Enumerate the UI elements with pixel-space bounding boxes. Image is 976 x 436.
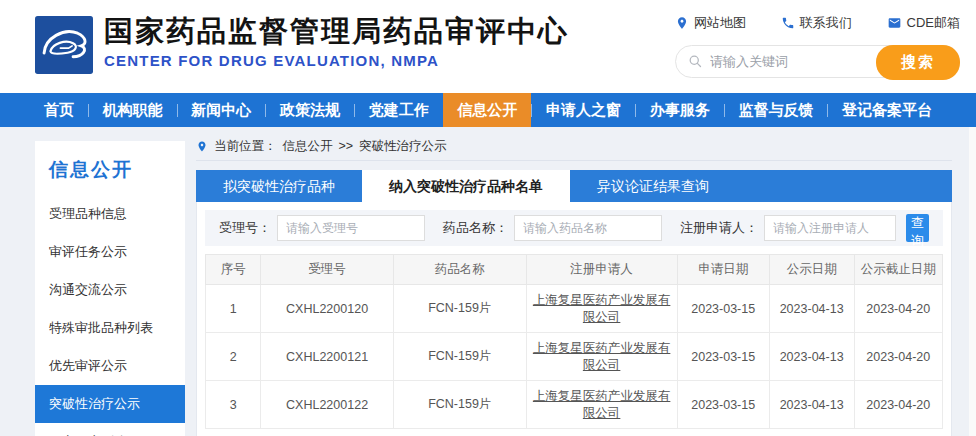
col-publish-end-date: 公示截止日期 (854, 255, 942, 285)
nav-item-policies[interactable]: 政策法规 (266, 93, 354, 127)
table-row: 1 CXHL2200120 FCN-159片 上海复星医药产业发展有限公司 20… (206, 285, 943, 333)
applicant-input[interactable] (764, 215, 896, 241)
search-button[interactable]: 搜索 (876, 45, 960, 80)
drug-name-label: 药品名称： (443, 219, 508, 237)
acceptance-no-label: 受理号： (219, 219, 271, 237)
sidebar-item-communication[interactable]: 沟通交流公示 (35, 271, 185, 309)
nav-item-news[interactable]: 新闻中心 (177, 93, 265, 127)
scrollbar[interactable] (969, 127, 976, 436)
contact-link[interactable]: 联系我们 (781, 14, 852, 32)
applicant-link[interactable]: 上海复星医药产业发展有限公司 (533, 293, 671, 324)
nav-item-info-disclosure[interactable]: 信息公开 (443, 93, 531, 127)
nav-item-functions[interactable]: 机构职能 (89, 93, 177, 127)
cell-acceptance-no: CXHL2200121 (261, 333, 394, 381)
sidebar-item-special-approval[interactable]: 特殊审批品种列表 (35, 309, 185, 347)
tab-included-breakthrough-list[interactable]: 纳入突破性治疗品种名单 (362, 170, 570, 202)
col-acceptance-no: 受理号 (261, 255, 394, 285)
query-button[interactable]: 查询 (906, 214, 929, 242)
col-apply-date: 申请日期 (677, 255, 769, 285)
sidebar: 信息公开 受理品种信息 审评任务公示 沟通交流公示 特殊审批品种列表 优先审评公… (35, 141, 185, 436)
cell-publish-date: 2023-04-13 (769, 381, 854, 429)
page-subtitle: CENTER FOR DRUG EVALUATION, NMPA (104, 52, 569, 69)
cell-publish-end-date: 2023-04-20 (854, 381, 942, 429)
contact-label: 联系我们 (800, 14, 852, 32)
site-header: 国家药品监督管理局药品审评中心 CENTER FOR DRUG EVALUATI… (0, 0, 976, 93)
cde-logo-icon (35, 16, 93, 74)
cell-seq: 1 (206, 285, 261, 333)
nav-item-party-building[interactable]: 党建工作 (355, 93, 443, 127)
breadcrumb-section-link[interactable]: 信息公开 (283, 138, 333, 155)
nav-item-home[interactable]: 首页 (30, 93, 88, 127)
col-applicant: 注册申请人 (526, 255, 677, 285)
nav-item-registration-platform[interactable]: 登记备案平台 (828, 93, 946, 127)
results-table: 序号 受理号 药品名称 注册申请人 申请日期 公示日期 公示截止日期 1 CXH… (205, 254, 943, 429)
location-pin-icon (196, 140, 208, 153)
cell-apply-date: 2023-03-15 (677, 285, 769, 333)
table-row: 2 CXHL2200121 FCN-159片 上海复星医药产业发展有限公司 20… (206, 333, 943, 381)
quick-links: 网站地图 联系我们 CDE邮箱 (675, 14, 960, 32)
sidebar-item-two-in-one[interactable]: 二合一序列公示 (35, 423, 185, 436)
sidebar-title: 信息公开 (35, 141, 185, 195)
sidebar-item-review-tasks[interactable]: 审评任务公示 (35, 233, 185, 271)
cell-seq: 3 (206, 381, 261, 429)
cell-drug-name: FCN-159片 (393, 333, 526, 381)
envelope-icon (887, 16, 902, 30)
sidebar-item-accepted-varieties[interactable]: 受理品种信息 (35, 195, 185, 233)
nav-item-supervision-feedback[interactable]: 监督与反馈 (724, 93, 827, 127)
page-title: 国家药品监督管理局药品审评中心 (104, 15, 569, 48)
phone-icon (781, 16, 795, 30)
cell-publish-date: 2023-04-13 (769, 333, 854, 381)
search-icon (688, 54, 703, 69)
col-seq: 序号 (206, 255, 261, 285)
cell-seq: 2 (206, 333, 261, 381)
sitemap-label: 网站地图 (694, 14, 746, 32)
table-row: 3 CXHL2200122 FCN-159片 上海复星医药产业发展有限公司 20… (206, 381, 943, 429)
applicant-label: 注册申请人： (680, 219, 758, 237)
drug-name-input[interactable] (514, 215, 662, 241)
main-area: 信息公开 受理品种信息 审评任务公示 沟通交流公示 特殊审批品种列表 优先审评公… (0, 127, 976, 436)
breadcrumb-prefix: 当前位置： (214, 138, 277, 155)
breadcrumb: 当前位置：信息公开 >> 突破性治疗公示 (196, 141, 952, 161)
cell-drug-name: FCN-159片 (393, 381, 526, 429)
table-header-row: 序号 受理号 药品名称 注册申请人 申请日期 公示日期 公示截止日期 (206, 255, 943, 285)
cell-apply-date: 2023-03-15 (677, 381, 769, 429)
col-publish-date: 公示日期 (769, 255, 854, 285)
cell-publish-end-date: 2023-04-20 (854, 333, 942, 381)
cell-drug-name: FCN-159片 (393, 285, 526, 333)
tab-objection-results[interactable]: 异议论证结果查询 (570, 170, 736, 202)
main-nav: 首页 机构职能 新闻中心 政策法规 党建工作 信息公开 申请人之窗 办事服务 监… (0, 93, 976, 127)
sidebar-item-breakthrough-therapy[interactable]: 突破性治疗公示 (35, 385, 185, 423)
sidebar-item-priority-review[interactable]: 优先审评公示 (35, 347, 185, 385)
location-pin-icon (675, 16, 689, 30)
cde-mail-label: CDE邮箱 (907, 14, 960, 32)
tab-bar: 拟突破性治疗品种 纳入突破性治疗品种名单 异议论证结果查询 (196, 170, 952, 202)
acceptance-no-input[interactable] (277, 215, 425, 241)
cde-mail-link[interactable]: CDE邮箱 (887, 14, 960, 32)
cell-publish-end-date: 2023-04-20 (854, 285, 942, 333)
breadcrumb-current: 突破性治疗公示 (359, 138, 447, 155)
content-panel: 受理号： 药品名称： 注册申请人： 查询 序号 受理号 药品名称 注册申请 (196, 202, 952, 436)
applicant-link[interactable]: 上海复星医药产业发展有限公司 (533, 341, 671, 372)
cell-publish-date: 2023-04-13 (769, 285, 854, 333)
content-area: 当前位置：信息公开 >> 突破性治疗公示 拟突破性治疗品种 纳入突破性治疗品种名… (196, 141, 952, 436)
tab-proposed-breakthrough[interactable]: 拟突破性治疗品种 (196, 170, 362, 202)
cell-apply-date: 2023-03-15 (677, 333, 769, 381)
nav-item-services[interactable]: 办事服务 (636, 93, 724, 127)
cell-acceptance-no: CXHL2200122 (261, 381, 394, 429)
nav-item-applicant-window[interactable]: 申请人之窗 (532, 93, 635, 127)
site-search: 搜索 (675, 45, 960, 78)
search-input[interactable] (710, 54, 850, 69)
filter-form: 受理号： 药品名称： 注册申请人： 查询 (205, 210, 943, 246)
applicant-link[interactable]: 上海复星医药产业发展有限公司 (533, 389, 671, 420)
col-drug-name: 药品名称 (393, 255, 526, 285)
sitemap-link[interactable]: 网站地图 (675, 14, 746, 32)
cell-acceptance-no: CXHL2200120 (261, 285, 394, 333)
breadcrumb-separator: >> (339, 139, 354, 153)
